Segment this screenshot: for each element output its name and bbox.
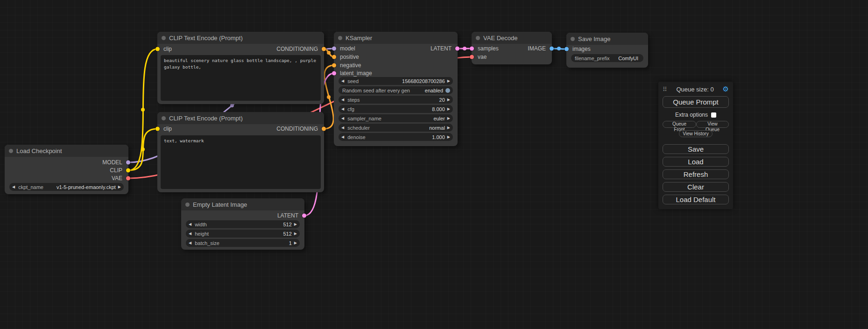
node-title-bar[interactable]: CLIP Text Encode (Prompt) bbox=[157, 32, 324, 44]
node-load-checkpoint[interactable]: Load Checkpoint MODEL CLIP VAE ◀ ckpt_na… bbox=[5, 145, 128, 194]
node-clip-text-encode-negative[interactable]: CLIP Text Encode (Prompt) clip CONDITION… bbox=[157, 112, 324, 192]
height-widget[interactable]: ◀ height 512 ▶ bbox=[186, 230, 300, 238]
ckpt-name-widget[interactable]: ◀ ckpt_name v1-5-pruned-emaonly.ckpt ▶ bbox=[9, 183, 124, 191]
collapse-dot[interactable] bbox=[9, 149, 13, 153]
queue-prompt-button[interactable]: Queue Prompt bbox=[663, 96, 729, 108]
widget-label: height bbox=[195, 231, 209, 237]
arrow-left-icon[interactable]: ◀ bbox=[189, 222, 191, 226]
collapse-dot[interactable] bbox=[185, 203, 190, 207]
prompt-textarea[interactable]: text, watermark bbox=[161, 135, 321, 189]
collapse-dot[interactable] bbox=[162, 36, 166, 40]
input-dot-vae[interactable] bbox=[470, 55, 474, 59]
width-widget[interactable]: ◀ width 512 ▶ bbox=[186, 220, 300, 228]
node-title-bar[interactable]: KSampler bbox=[334, 32, 458, 44]
output-dot-conditioning[interactable] bbox=[322, 127, 326, 131]
save-button[interactable]: Save bbox=[663, 144, 729, 154]
widget-value: 20 bbox=[439, 97, 447, 103]
arrow-right-icon[interactable]: ▶ bbox=[447, 116, 450, 120]
node-title-bar[interactable]: VAE Decode bbox=[472, 32, 552, 44]
arrow-right-icon[interactable]: ▶ bbox=[447, 107, 450, 111]
widget-label: width bbox=[195, 222, 207, 227]
collapse-dot[interactable] bbox=[571, 37, 575, 41]
scheduler-widget[interactable]: ◀ scheduler normal ▶ bbox=[339, 124, 453, 132]
output-dot-latent[interactable] bbox=[302, 214, 306, 218]
prompt-textarea[interactable]: beautiful scenery nature glass bottle la… bbox=[161, 55, 321, 101]
node-title: Empty Latent Image bbox=[193, 201, 247, 208]
widget-label: seed bbox=[347, 78, 359, 84]
arrow-right-icon[interactable]: ▶ bbox=[294, 241, 297, 245]
steps-widget[interactable]: ◀ steps 20 ▶ bbox=[339, 96, 453, 104]
arrow-left-icon[interactable]: ◀ bbox=[341, 135, 344, 139]
cfg-widget[interactable]: ◀ cfg 8.000 ▶ bbox=[339, 105, 453, 113]
queue-front-button[interactable]: Queue Front bbox=[663, 121, 696, 128]
output-dot-model[interactable] bbox=[126, 161, 130, 165]
output-dot-latent[interactable] bbox=[455, 47, 459, 51]
collapse-dot[interactable] bbox=[338, 36, 342, 40]
output-dot-conditioning[interactable] bbox=[322, 47, 326, 51]
node-title-bar[interactable]: Load Checkpoint bbox=[5, 145, 128, 157]
output-dot-clip[interactable] bbox=[126, 168, 130, 173]
refresh-button[interactable]: Refresh bbox=[663, 169, 729, 179]
node-save-image[interactable]: Save Image images filename_prefix ComfyU… bbox=[566, 33, 648, 68]
arrow-left-icon[interactable]: ◀ bbox=[341, 116, 344, 120]
view-queue-button[interactable]: View Queue bbox=[696, 121, 729, 128]
node-ksampler[interactable]: KSampler model LATENT positive negative … bbox=[334, 32, 458, 146]
sampler-name-widget[interactable]: ◀ sampler_name euler ▶ bbox=[339, 114, 453, 122]
drag-handle-icon[interactable]: ⠿ bbox=[663, 86, 668, 93]
arrow-right-icon[interactable]: ▶ bbox=[447, 98, 450, 102]
slot-row: clip CONDITIONING bbox=[157, 125, 324, 133]
input-dot-clip[interactable] bbox=[155, 47, 160, 51]
node-title-bar[interactable]: Save Image bbox=[566, 33, 648, 45]
widget-value: 8.000 bbox=[432, 106, 447, 112]
collapse-dot[interactable] bbox=[476, 36, 480, 40]
arrow-left-icon[interactable]: ◀ bbox=[341, 126, 344, 130]
denoise-widget[interactable]: ◀ denoise 1.000 ▶ bbox=[339, 133, 453, 141]
input-dot-negative[interactable] bbox=[332, 63, 336, 68]
arrow-right-icon[interactable]: ▶ bbox=[294, 231, 297, 236]
queue-size-label: Queue size: 0 bbox=[676, 86, 713, 93]
node-empty-latent-image[interactable]: Empty Latent Image LATENT ◀ width 512 ▶ … bbox=[181, 198, 304, 250]
output-dot-image[interactable] bbox=[550, 47, 554, 51]
filename-prefix-widget[interactable]: filename_prefix ComfyUI bbox=[571, 54, 643, 62]
settings-gear-icon[interactable]: ⚙ bbox=[723, 85, 729, 93]
arrow-right-icon[interactable]: ▶ bbox=[294, 222, 297, 226]
arrow-left-icon[interactable]: ◀ bbox=[341, 79, 344, 83]
load-default-button[interactable]: Load Default bbox=[663, 195, 729, 204]
node-title-bar[interactable]: Empty Latent Image bbox=[181, 198, 304, 210]
arrow-right-icon[interactable]: ▶ bbox=[447, 126, 450, 130]
arrow-left-icon[interactable]: ◀ bbox=[341, 98, 344, 102]
arrow-left-icon[interactable]: ◀ bbox=[12, 185, 15, 189]
input-dot-positive[interactable] bbox=[332, 55, 336, 59]
output-label: VAE bbox=[112, 175, 122, 182]
node-title: VAE Decode bbox=[483, 35, 517, 42]
node-title-bar[interactable]: CLIP Text Encode (Prompt) bbox=[157, 112, 324, 124]
arrow-right-icon[interactable]: ▶ bbox=[447, 79, 450, 83]
output-dot-vae[interactable] bbox=[126, 176, 130, 181]
arrow-left-icon[interactable]: ◀ bbox=[189, 231, 191, 236]
random-seed-widget[interactable]: Random seed after every gen enabled bbox=[339, 86, 453, 94]
node-vae-decode[interactable]: VAE Decode samples IMAGE vae bbox=[472, 32, 552, 64]
input-dot-latent-image[interactable] bbox=[332, 71, 336, 76]
output-label: CONDITIONING bbox=[276, 46, 318, 52]
input-dot-clip[interactable] bbox=[155, 127, 160, 131]
arrow-left-icon[interactable]: ◀ bbox=[341, 107, 344, 111]
arrow-right-icon[interactable]: ▶ bbox=[118, 185, 121, 189]
input-dot-images[interactable] bbox=[565, 47, 569, 51]
widget-label: steps bbox=[347, 97, 360, 103]
arrow-right-icon[interactable]: ▶ bbox=[447, 135, 450, 139]
seed-widget[interactable]: ◀ seed 156680208700286 ▶ bbox=[339, 77, 453, 85]
node-clip-text-encode-positive[interactable]: CLIP Text Encode (Prompt) clip CONDITION… bbox=[157, 32, 324, 104]
extra-options-checkbox[interactable] bbox=[711, 112, 716, 118]
input-dot-samples[interactable] bbox=[470, 47, 474, 51]
graph-canvas[interactable]: Load Checkpoint MODEL CLIP VAE ◀ ckpt_na… bbox=[0, 0, 868, 329]
batch-size-widget[interactable]: ◀ batch_size 1 ▶ bbox=[186, 239, 300, 247]
view-history-button[interactable]: View History bbox=[679, 130, 712, 137]
input-dot-model[interactable] bbox=[332, 47, 336, 51]
load-button[interactable]: Load bbox=[663, 157, 729, 167]
random-seed-toggle[interactable] bbox=[445, 88, 450, 93]
arrow-left-icon[interactable]: ◀ bbox=[189, 241, 191, 245]
collapse-dot[interactable] bbox=[162, 116, 166, 120]
input-label: negative bbox=[340, 62, 361, 69]
clear-button[interactable]: Clear bbox=[663, 182, 729, 192]
input-label: samples bbox=[478, 45, 499, 52]
